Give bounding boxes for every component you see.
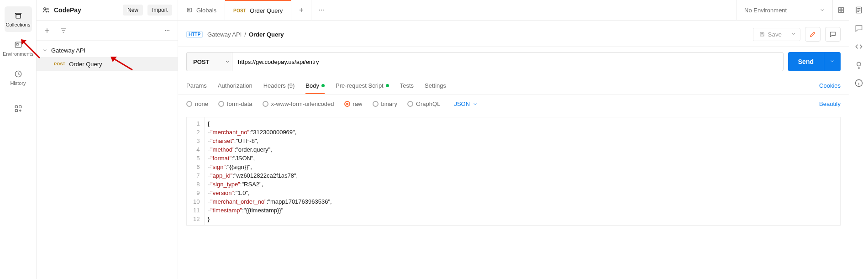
- environment-quicklook[interactable]: [832, 0, 849, 20]
- body-type-graphql-label: GraphQL: [416, 100, 440, 107]
- tabs-bar: Globals POST Order Query No Environment: [178, 0, 849, 21]
- rail-history[interactable]: History: [5, 65, 32, 90]
- collection-request-item[interactable]: POST Order Query: [37, 57, 178, 71]
- filter-button[interactable]: [57, 24, 70, 37]
- body-type-binary[interactable]: binary: [373, 100, 397, 107]
- http-badge: HTTP: [186, 31, 203, 38]
- plus-icon: [43, 27, 51, 34]
- body-type-binary-label: binary: [381, 100, 397, 107]
- collection-folder[interactable]: Gateway API: [37, 43, 178, 57]
- env-small-icon: [186, 7, 193, 13]
- docs-icon[interactable]: [854, 5, 863, 15]
- svg-point-14: [321, 10, 322, 11]
- subtab-body[interactable]: Body: [305, 78, 325, 94]
- body-type-none-label: none: [195, 100, 208, 107]
- breadcrumb-sep: /: [244, 31, 246, 38]
- send-options-button[interactable]: [824, 52, 841, 71]
- chevron-down-icon: [225, 59, 230, 64]
- send-button[interactable]: Send: [788, 52, 824, 71]
- ellipsis-icon: [163, 27, 171, 34]
- left-nav-rail: Collections Environments History: [0, 0, 37, 279]
- subtab-params[interactable]: Params: [186, 78, 207, 94]
- archive-icon: [14, 11, 23, 20]
- body-format-label: JSON: [454, 100, 470, 107]
- subtab-headers[interactable]: Headers (9): [263, 78, 295, 94]
- editor-code[interactable]: {····"merchant_no":"312300000969",····"c…: [205, 117, 840, 225]
- url-row: POST Send: [178, 47, 849, 77]
- sidebar-toolbar: [37, 21, 178, 41]
- new-button[interactable]: New: [123, 5, 143, 16]
- beautify-button[interactable]: Beautify: [819, 100, 841, 107]
- body-type-row: none form-data x-www-form-urlencoded raw…: [178, 95, 849, 113]
- subtab-authorization[interactable]: Authorization: [218, 78, 253, 94]
- plus-icon: [298, 7, 305, 13]
- svg-point-21: [857, 62, 860, 66]
- subtab-prerequest[interactable]: Pre-request Script: [336, 78, 389, 94]
- eye-grid-icon: [837, 6, 845, 14]
- import-button[interactable]: Import: [147, 5, 172, 16]
- edit-button[interactable]: [805, 27, 821, 42]
- svg-point-7: [47, 8, 48, 10]
- tab-active-label: Order Query: [250, 7, 283, 14]
- svg-point-8: [165, 30, 166, 31]
- subtab-body-label: Body: [305, 82, 319, 89]
- body-type-formdata-label: form-data: [227, 100, 253, 107]
- right-context-rail: [849, 0, 868, 279]
- save-icon: [759, 31, 765, 37]
- body-format-selector[interactable]: JSON: [454, 100, 478, 107]
- environment-selector[interactable]: No Environment: [736, 0, 832, 20]
- body-type-xform[interactable]: x-www-form-urlencoded: [263, 100, 334, 107]
- method-selector[interactable]: POST: [186, 52, 237, 71]
- svg-rect-17: [841, 8, 843, 10]
- dot-indicator: [321, 84, 325, 87]
- sidebar: CodePay New Import Gateway API: [37, 0, 178, 279]
- chevron-down-icon: [820, 7, 825, 13]
- body-editor[interactable]: 123456789101112 {····"merchant_no":"3123…: [186, 117, 841, 226]
- comment-rail-icon[interactable]: [854, 24, 863, 33]
- request-header: HTTP Gateway API / Order Query Save: [178, 21, 849, 47]
- more-options-button[interactable]: [160, 24, 174, 37]
- svg-rect-5: [15, 110, 17, 112]
- request-method-tag: POST: [54, 62, 65, 66]
- main-area: Globals POST Order Query No Environment …: [178, 0, 849, 279]
- subtab-tests[interactable]: Tests: [400, 78, 414, 94]
- breadcrumb-parent[interactable]: Gateway API: [207, 31, 242, 38]
- info-icon[interactable]: [854, 79, 863, 88]
- save-button[interactable]: Save: [753, 28, 787, 41]
- send-button-group: Send: [788, 52, 841, 71]
- body-type-formdata[interactable]: form-data: [218, 100, 253, 107]
- subtab-settings[interactable]: Settings: [425, 78, 446, 94]
- body-type-graphql[interactable]: GraphQL: [407, 100, 440, 107]
- url-input[interactable]: [232, 52, 784, 71]
- lightbulb-icon[interactable]: [854, 60, 863, 69]
- tab-globals[interactable]: Globals: [178, 0, 225, 20]
- breadcrumb-current: Order Query: [249, 31, 284, 38]
- cookies-link[interactable]: Cookies: [819, 82, 841, 89]
- dot-indicator: [386, 84, 389, 87]
- comments-button[interactable]: [825, 27, 841, 42]
- env-icon: [14, 40, 23, 49]
- add-button[interactable]: [40, 24, 54, 37]
- method-selector-label: POST: [193, 58, 209, 65]
- pencil-icon: [809, 31, 816, 38]
- save-button-label: Save: [768, 31, 782, 38]
- save-options-button[interactable]: [787, 28, 800, 41]
- rail-more-apps[interactable]: [5, 96, 32, 121]
- svg-rect-12: [189, 9, 189, 10]
- rail-environments-label: Environments: [3, 51, 33, 57]
- body-type-none[interactable]: none: [186, 100, 208, 107]
- rail-collections[interactable]: Collections: [5, 6, 32, 32]
- code-icon[interactable]: [854, 42, 863, 51]
- tabs-overflow-button[interactable]: [311, 0, 331, 20]
- svg-point-15: [323, 10, 324, 11]
- request-item-name: Order Query: [69, 61, 102, 68]
- body-type-raw[interactable]: raw: [344, 100, 363, 107]
- workspace-name[interactable]: CodePay: [42, 6, 118, 14]
- body-type-xform-label: x-www-form-urlencoded: [271, 100, 334, 107]
- svg-point-13: [319, 10, 320, 11]
- svg-point-10: [168, 30, 169, 31]
- svg-rect-1: [16, 44, 18, 45]
- rail-environments[interactable]: Environments: [5, 36, 32, 61]
- tab-active-request[interactable]: POST Order Query: [225, 0, 291, 20]
- new-tab-button[interactable]: [291, 0, 311, 20]
